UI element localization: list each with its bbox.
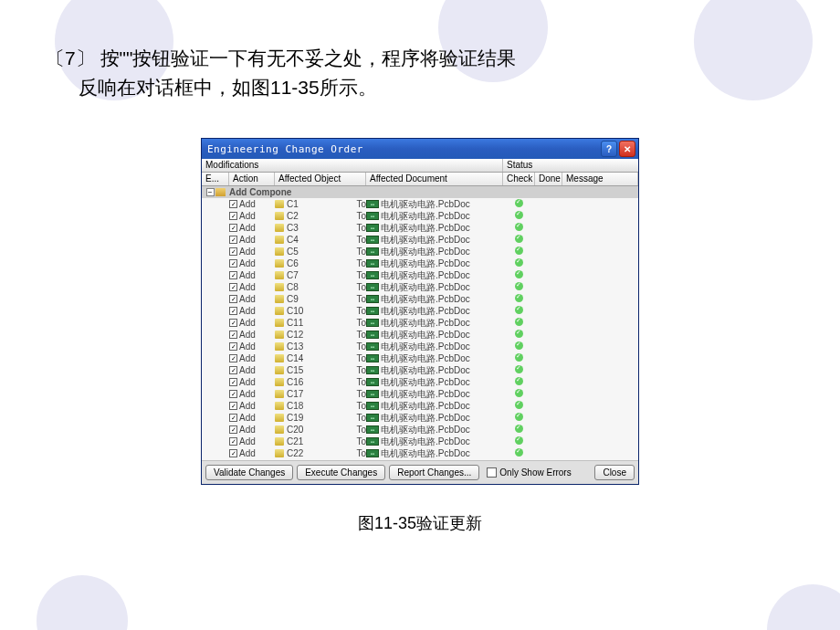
table-row[interactable]: ✓AddC11To▪▪电机驱动电路.PcbDoc [202, 317, 638, 329]
close-button[interactable]: Close [594, 465, 635, 480]
action-label: Add [239, 377, 256, 387]
document-name: 电机驱动电路.PcbDoc [381, 436, 470, 448]
table-row[interactable]: ✓AddC10To▪▪电机驱动电路.PcbDoc [202, 305, 638, 317]
group-add-components[interactable]: − Add Compone [202, 186, 638, 198]
pcb-icon: ▪▪ [366, 236, 379, 244]
to-label: To [356, 401, 366, 411]
table-row[interactable]: ✓AddC9To▪▪电机驱动电路.PcbDoc [202, 293, 638, 305]
to-label: To [356, 377, 366, 387]
document-name: 电机驱动电路.PcbDoc [381, 364, 470, 377]
col-action[interactable]: Action [229, 173, 275, 185]
document-name: 电机驱动电路.PcbDoc [381, 412, 470, 425]
checkbox-icon[interactable]: ✓ [229, 319, 237, 327]
action-label: Add [239, 401, 256, 411]
document-name: 电机驱动电路.PcbDoc [381, 305, 470, 318]
object-name: C7 [287, 270, 299, 280]
text-line-2: 反响在对话框中，如图11-35所示。 [46, 73, 785, 102]
to-label: To [356, 353, 366, 363]
execute-changes-button[interactable]: Execute Changes [297, 465, 385, 480]
checkbox-icon[interactable]: ✓ [229, 247, 237, 256]
table-row[interactable]: ✓AddC5To▪▪电机驱动电路.PcbDoc [202, 246, 638, 257]
object-name: C22 [287, 448, 303, 458]
check-pass-icon [515, 318, 523, 326]
check-pass-icon [515, 353, 523, 362]
checkbox-icon[interactable]: ✓ [229, 390, 237, 398]
col-affected-document[interactable]: Affected Document [366, 173, 503, 185]
folder-icon [215, 188, 226, 196]
dialog-titlebar[interactable]: Engineering Change Order ? ✕ [202, 139, 638, 159]
table-row[interactable]: ✓AddC4To▪▪电机驱动电路.PcbDoc [202, 234, 638, 246]
table-row[interactable]: ✓AddC14To▪▪电机驱动电路.PcbDoc [202, 352, 638, 364]
only-show-errors-checkbox[interactable]: Only Show Errors [487, 467, 571, 478]
help-button[interactable]: ? [601, 141, 617, 157]
action-label: Add [239, 341, 256, 352]
table-row[interactable]: ✓AddC17To▪▪电机驱动电路.PcbDoc [202, 388, 638, 400]
slide-instruction-text: 〔7〕 按""按钮验证一下有无不妥之处，程序将验证结果 反响在对话框中，如图11… [0, 0, 840, 110]
to-label: To [356, 211, 366, 221]
checkbox-icon[interactable]: ✓ [229, 283, 237, 291]
col-affected-object[interactable]: Affected Object [275, 173, 366, 185]
table-row[interactable]: ✓AddC13To▪▪电机驱动电路.PcbDoc [202, 341, 638, 352]
report-changes-button[interactable]: Report Changes... [389, 465, 479, 480]
pcb-icon: ▪▪ [366, 366, 379, 374]
validate-changes-button[interactable]: Validate Changes [205, 465, 293, 480]
table-row[interactable]: ✓AddC19To▪▪电机驱动电路.PcbDoc [202, 412, 638, 424]
pcb-icon: ▪▪ [366, 378, 379, 386]
table-row[interactable]: ✓AddC18To▪▪电机驱动电路.PcbDoc [202, 400, 638, 412]
col-enable[interactable]: E... [202, 173, 229, 185]
collapse-icon[interactable]: − [206, 188, 215, 196]
table-row[interactable]: ✓AddC21To▪▪电机驱动电路.PcbDoc [202, 436, 638, 447]
checkbox-icon[interactable]: ✓ [229, 200, 237, 208]
checkbox-icon[interactable]: ✓ [229, 331, 237, 339]
section-modifications: Modifications [202, 159, 503, 172]
pcb-icon: ▪▪ [366, 402, 379, 410]
component-icon [275, 212, 284, 220]
check-pass-icon [515, 211, 523, 219]
table-row[interactable]: ✓AddC2To▪▪电机驱动电路.PcbDoc [202, 210, 638, 222]
table-row[interactable]: ✓AddC1To▪▪电机驱动电路.PcbDoc [202, 198, 638, 210]
component-icon [275, 283, 284, 291]
checkbox-icon[interactable]: ✓ [229, 402, 237, 410]
checkbox-icon[interactable]: ✓ [229, 295, 237, 303]
table-row[interactable]: ✓AddC6To▪▪电机驱动电路.PcbDoc [202, 257, 638, 269]
table-row[interactable]: ✓AddC16To▪▪电机驱动电路.PcbDoc [202, 376, 638, 388]
col-check[interactable]: Check [503, 173, 535, 185]
document-name: 电机驱动电路.PcbDoc [381, 269, 470, 282]
checkbox-icon[interactable] [487, 467, 497, 478]
checkbox-icon[interactable]: ✓ [229, 425, 237, 434]
checkbox-icon[interactable]: ✓ [229, 414, 237, 422]
checkbox-icon[interactable]: ✓ [229, 354, 237, 362]
checkbox-icon[interactable]: ✓ [229, 271, 237, 279]
document-name: 电机驱动电路.PcbDoc [381, 424, 470, 436]
document-name: 电机驱动电路.PcbDoc [381, 293, 470, 306]
table-row[interactable]: ✓AddC8To▪▪电机驱动电路.PcbDoc [202, 281, 638, 293]
object-name: C9 [287, 294, 299, 304]
table-row[interactable]: ✓AddC20To▪▪电机驱动电路.PcbDoc [202, 424, 638, 436]
checkbox-icon[interactable]: ✓ [229, 212, 237, 220]
checkbox-icon[interactable]: ✓ [229, 449, 237, 457]
col-message[interactable]: Message [562, 173, 638, 185]
action-label: Add [239, 425, 256, 435]
checkbox-icon[interactable]: ✓ [229, 259, 237, 268]
decorative-circle [37, 575, 128, 630]
check-pass-icon [515, 223, 523, 231]
table-row[interactable]: ✓AddC7To▪▪电机驱动电路.PcbDoc [202, 269, 638, 281]
checkbox-icon[interactable]: ✓ [229, 236, 237, 244]
document-name: 电机驱动电路.PcbDoc [381, 341, 470, 353]
table-row[interactable]: ✓AddC3To▪▪电机驱动电路.PcbDoc [202, 222, 638, 234]
checkbox-icon[interactable]: ✓ [229, 437, 237, 446]
checkbox-icon[interactable]: ✓ [229, 366, 237, 374]
close-icon[interactable]: ✕ [619, 141, 635, 157]
table-row[interactable]: ✓AddC22To▪▪电机驱动电路.PcbDoc [202, 447, 638, 459]
object-name: C6 [287, 258, 299, 268]
pcb-icon: ▪▪ [366, 271, 379, 279]
table-row[interactable]: ✓AddC15To▪▪电机驱动电路.PcbDoc [202, 364, 638, 376]
table-row[interactable]: ✓AddC12To▪▪电机驱动电路.PcbDoc [202, 329, 638, 341]
action-label: Add [239, 330, 256, 340]
checkbox-icon[interactable]: ✓ [229, 342, 237, 351]
checkbox-icon[interactable]: ✓ [229, 307, 237, 315]
action-label: Add [239, 413, 256, 423]
checkbox-icon[interactable]: ✓ [229, 224, 237, 232]
col-done[interactable]: Done [535, 173, 562, 185]
checkbox-icon[interactable]: ✓ [229, 378, 237, 386]
